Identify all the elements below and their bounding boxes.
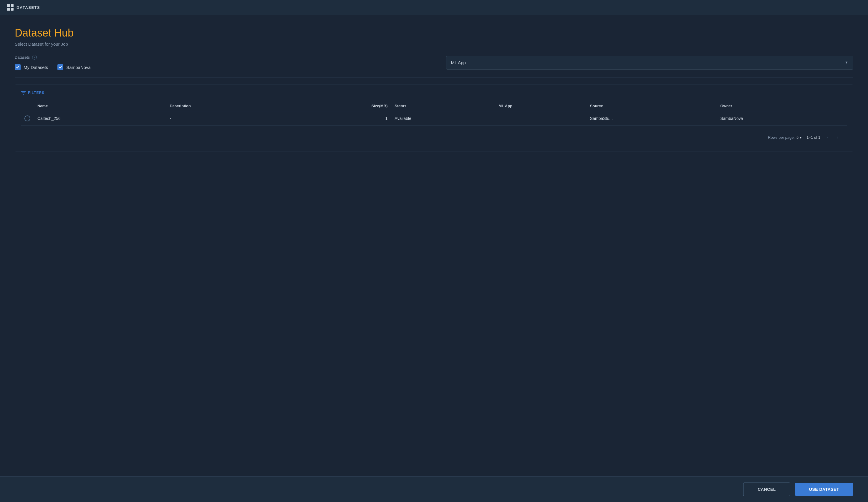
filters-bar: FILTERS [21,91,847,95]
checkbox-my-datasets[interactable]: My Datasets [15,64,48,70]
page-title: Dataset Hub [15,27,853,39]
cancel-button[interactable]: CANCEL [743,483,790,496]
row-size: 1 [289,111,391,126]
col-header-select [21,101,34,111]
section-divider [15,77,853,78]
chevron-down-icon: ▼ [845,60,848,64]
rows-per-page-select[interactable]: 5 ▾ [796,135,802,140]
ml-app-dropdown[interactable]: ML App ▼ [446,56,854,70]
row-description: - [166,111,289,126]
table-panel: FILTERS Name Description Size(MB) Status… [15,84,853,151]
pagination-info: 1–1 of 1 [806,135,820,140]
pagination-next-button[interactable]: › [835,133,840,141]
row-owner: SambaNova [717,111,847,126]
right-panel: ML App ▼ [434,56,854,70]
top-bar-title: DATASETS [17,5,40,10]
left-panel: Datasets ? My Datasets [15,55,434,70]
pagination-prev-button[interactable]: ‹ [825,133,830,141]
checkbox-my-datasets-box [15,64,21,70]
main-content: Dataset Hub Select Dataset for your Job … [0,15,868,477]
col-header-name: Name [34,101,166,111]
col-header-description: Description [166,101,289,111]
table-header: Name Description Size(MB) Status ML App … [21,101,847,111]
col-header-status: Status [391,101,495,111]
row-name: Caltech_256 [34,111,166,126]
datasets-label-row: Datasets ? [15,55,422,60]
row-status: Available [391,111,495,126]
help-icon[interactable]: ? [32,55,37,60]
use-dataset-button[interactable]: USE DATASET [795,483,853,496]
table-row: Caltech_256 - 1 Available SambaStu... Sa… [21,111,847,126]
ml-app-dropdown-value: ML App [451,60,466,65]
table-body: Caltech_256 - 1 Available SambaStu... Sa… [21,111,847,145]
table-header-row: Name Description Size(MB) Status ML App … [21,101,847,111]
col-header-source: Source [587,101,717,111]
top-bar: DATASETS [0,0,868,15]
datasets-label: Datasets [15,55,30,60]
checkmark-icon-2 [59,65,62,69]
data-table: Name Description Size(MB) Status ML App … [21,101,847,145]
row-ml-app [495,111,587,126]
rows-per-page-value: 5 [796,135,798,140]
row-source: SambaStu... [587,111,717,126]
filters-row: Datasets ? My Datasets [15,55,853,70]
checkbox-my-datasets-label: My Datasets [23,65,48,70]
bottom-bar: CANCEL USE DATASET [0,477,868,502]
col-header-owner: Owner [717,101,847,111]
row-select-cell[interactable] [21,111,34,126]
pagination-row: Rows per page: 5 ▾ 1–1 of 1 ‹ › [21,126,847,145]
datasets-icon [7,4,13,11]
rows-per-page: Rows per page: 5 ▾ [768,135,802,140]
col-header-size: Size(MB) [289,101,391,111]
row-radio-button[interactable] [24,115,30,121]
rows-per-page-arrow: ▾ [800,135,802,140]
col-header-ml-app: ML App [495,101,587,111]
pagination-controls: Rows per page: 5 ▾ 1–1 of 1 ‹ › [24,130,844,141]
pagination-cell: Rows per page: 5 ▾ 1–1 of 1 ‹ › [21,126,847,145]
checkbox-sambanova-box [58,64,63,70]
rows-per-page-label: Rows per page: [768,135,795,140]
checkmark-icon [16,65,19,69]
checkbox-sambanova[interactable]: SambaNova [58,64,91,70]
filter-icon [21,91,25,95]
filters-label: FILTERS [28,91,44,95]
checkbox-sambanova-label: SambaNova [66,65,91,70]
checkbox-group: My Datasets SambaNova [15,64,422,70]
page-subtitle: Select Dataset for your Job [15,42,853,47]
